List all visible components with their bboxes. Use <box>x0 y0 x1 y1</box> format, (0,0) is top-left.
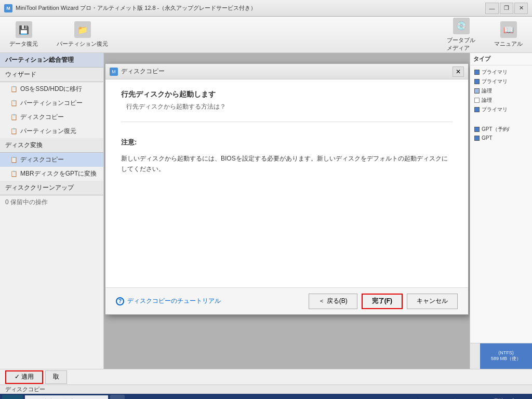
close-button[interactable]: ✕ <box>514 3 528 14</box>
content-area: M ディスクコピー ✕ 行先ディスクから起動します 行先ディスクから起動する方法… <box>104 53 470 369</box>
disk-info-panel: プライマリ プライマリ 論理 論理 プライマリ GPT（予約/ <box>470 65 532 343</box>
disk-type-row-gpt2: GPT <box>472 134 530 142</box>
undo-button[interactable]: 取 <box>45 370 67 384</box>
back-button[interactable]: ＜ 戻る(B) <box>309 294 357 309</box>
taskbar-search[interactable] <box>25 395 108 399</box>
disk-type-label-2: プライマリ <box>482 78 508 85</box>
disk-type-square-gpt2 <box>474 136 480 141</box>
disk-type-row-4: 論理 <box>472 96 530 105</box>
toolbar-partition-recovery-label: パーティション復元 <box>57 40 108 48</box>
sidebar-section-disk-cleanup: ディスククリーンアップ <box>0 181 103 195</box>
toolbar-partition-recovery[interactable]: 📁 パーティション復元 <box>52 19 112 50</box>
cancel-button[interactable]: キャンセル <box>407 294 458 309</box>
help-icon: ? <box>116 297 124 305</box>
disk-type-label-gpt2: GPT <box>482 135 493 141</box>
sidebar-section-disk-convert: ディスク変換 <box>0 138 103 153</box>
toolbar-data-recovery-label: データ復元 <box>9 40 38 48</box>
taskbar: ⊞ oA 側に移動するか、Ctrl+Gを押してください。 実時 のA 13:17 <box>0 394 532 399</box>
disk-bar-ntfs: (NTFS) 589 MB（使） <box>480 343 532 369</box>
disk-type-row-2: プライマリ <box>472 77 530 86</box>
disk-type-row-1: プライマリ <box>472 68 530 77</box>
dialog-footer: ? ディスクコピーのチュートリアル ＜ 戻る(B) 完了(F) キャンセル <box>105 287 468 314</box>
disk-type-label-5: プライマリ <box>482 106 508 113</box>
main-area: パーティション総合管理 ウィザード 📋 OSをSSD/HDDに移行 📋 パーティ… <box>0 53 532 369</box>
apply-button[interactable]: ✓ 適用 <box>5 370 43 384</box>
mbr-to-gpt-icon: 📋 <box>10 170 18 177</box>
disk-copy-icon: 📋 <box>10 156 18 163</box>
toolbar-bootable-media[interactable]: 💿 ブータブルメディア <box>443 16 480 54</box>
start-button[interactable]: ⊞ <box>2 395 23 399</box>
restore-button[interactable]: ❐ <box>500 3 513 14</box>
sidebar: パーティション総合管理 ウィザード 📋 OSをSSD/HDDに移行 📋 パーティ… <box>0 53 104 369</box>
dialog-titlebar: M ディスクコピー ✕ <box>105 64 468 79</box>
dialog-notice-label: 注意: <box>121 138 453 147</box>
dialog-help-link[interactable]: ディスクコピーのチュートリアル <box>127 297 221 305</box>
toolbar: 💾 データ復元 📁 パーティション復元 💿 ブータブルメディア 📖 マニュアル <box>0 17 532 53</box>
disk-copy-wizard-icon: 📋 <box>10 114 18 121</box>
status-bar: ✓ 適用 取 <box>0 369 532 384</box>
partition-recovery-icon: 📁 <box>74 21 91 38</box>
right-panel: タイプ プライマリ プライマリ 論理 論理 プライマリ <box>470 53 532 369</box>
dialog-subtitle: 行先ディスクから起動する方法は？ <box>121 102 453 111</box>
dialog-divider <box>121 122 453 122</box>
bootable-media-icon: 💿 <box>453 18 470 34</box>
disk-type-square-blue-1 <box>474 70 480 75</box>
disk-type-square-gpt1 <box>474 127 480 132</box>
disk-type-spacer <box>472 114 530 125</box>
dialog-main-title: 行先ディスクから起動します <box>121 90 453 99</box>
disk-bar-ntfs-label2: 589 MB（使） <box>491 355 521 362</box>
partition-copy-icon: 📋 <box>10 100 18 107</box>
os-migrate-icon: 📋 <box>10 86 18 92</box>
disk-bar-ntfs-label1: (NTFS) <box>498 350 514 355</box>
sidebar-item-mbr-to-gpt[interactable]: 📋 MBRディスクをGPTに変換 <box>0 167 103 181</box>
finish-button[interactable]: 完了(F) <box>362 294 403 309</box>
disk-type-row-gpt1: GPT（予約/ <box>472 125 530 134</box>
title-bar: M MiniTool Partition Wizard プロ・アルティメット版 … <box>0 0 532 17</box>
app-title: MiniTool Partition Wizard プロ・アルティメット版 12… <box>16 4 485 12</box>
dialog-disk-copy: M ディスクコピー ✕ 行先ディスクから起動します 行先ディスクから起動する方法… <box>105 63 469 315</box>
right-panel-type-header: タイプ <box>470 53 532 65</box>
taskbar-app-item[interactable]: oA <box>110 395 125 399</box>
disk-type-label-gpt1: GPT（予約/ <box>482 126 509 133</box>
window-controls: — ❐ ✕ <box>485 3 528 14</box>
dialog-content: 行先ディスクから起動します 行先ディスクから起動する方法は？ 注意: 新しいディ… <box>105 79 468 287</box>
dialog-icon: M <box>110 68 118 76</box>
dialog-close-button[interactable]: ✕ <box>453 66 464 77</box>
sidebar-item-disk-copy-wizard[interactable]: 📋 ディスクコピー <box>0 110 103 124</box>
toolbar-data-recovery[interactable]: 💾 データ復元 <box>5 19 42 50</box>
sidebar-item-disk-copy[interactable]: 📋 ディスクコピー <box>0 153 103 167</box>
sidebar-item-partition-copy[interactable]: 📋 パーティションコピー <box>0 96 103 110</box>
sidebar-item-os-migrate[interactable]: 📋 OSをSSD/HDDに移行 <box>0 82 103 96</box>
disk-type-label-3: 論理 <box>482 87 492 95</box>
dialog-overlay: M ディスクコピー ✕ 行先ディスクから起動します 行先ディスクから起動する方法… <box>104 53 470 369</box>
dialog-buttons: ＜ 戻る(B) 完了(F) キャンセル <box>309 294 458 309</box>
dialog-notice-text: 新しいディスクから起動するには、BIOSを設定する必要があります。新しいディスク… <box>121 153 453 175</box>
minimize-button[interactable]: — <box>485 3 499 14</box>
partition-restore-icon: 📋 <box>10 128 18 135</box>
disk-type-square-blue-3 <box>474 107 480 112</box>
disk-type-label-1: プライマリ <box>482 69 508 76</box>
disk-type-square-white <box>474 98 480 103</box>
bottom-disk-bar: (NTFS) 589 MB（使） <box>470 343 532 369</box>
disk-type-square-light-1 <box>474 88 480 94</box>
sidebar-item-partition-restore[interactable]: 📋 パーティション復元 <box>0 124 103 138</box>
disk-type-label-4: 論理 <box>482 97 492 104</box>
app-icon: M <box>4 4 12 12</box>
disk-type-square-blue-2 <box>474 79 480 84</box>
disk-type-row-3: 論理 <box>472 86 530 96</box>
manual-icon: 📖 <box>500 21 517 38</box>
dialog-title: ディスクコピー <box>121 67 453 76</box>
toolbar-manual-label: マニュアル <box>494 40 523 48</box>
toolbar-bootable-media-label: ブータブルメディア <box>447 36 475 52</box>
disk-type-row-5: プライマリ <box>472 105 530 114</box>
data-recovery-icon: 💾 <box>16 21 32 38</box>
disk-copy-label: ディスクコピー <box>0 384 532 394</box>
toolbar-manual[interactable]: 📖 マニュアル <box>490 19 527 50</box>
sidebar-pending-operations: 0 保留中の操作 <box>0 195 103 209</box>
sidebar-section-wizard: ウィザード <box>0 68 103 82</box>
sidebar-section-partition-management: パーティション総合管理 <box>0 53 103 68</box>
